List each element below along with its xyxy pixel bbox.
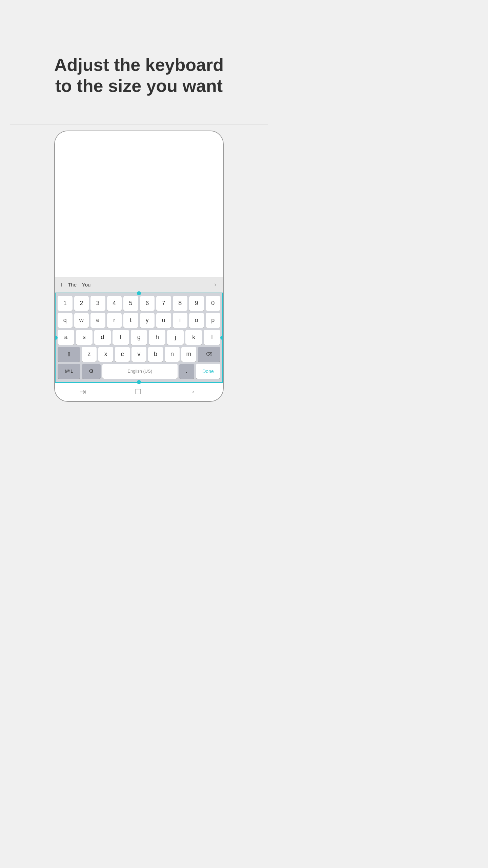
key-0[interactable]: 0 (206, 296, 221, 311)
period-key[interactable]: . (179, 364, 194, 379)
key-l[interactable]: l (204, 330, 220, 345)
key-u[interactable]: u (156, 313, 171, 328)
key-c[interactable]: c (115, 347, 130, 362)
suggestion-item-1[interactable]: I (58, 282, 65, 288)
key-row-numbers: 1 2 3 4 5 6 7 8 9 0 (58, 296, 220, 311)
phone-screen: I The You › 1 2 3 4 5 (55, 131, 223, 401)
key-m[interactable]: m (181, 347, 196, 362)
key-h[interactable]: h (149, 330, 165, 345)
key-3[interactable]: 3 (90, 296, 105, 311)
key-4[interactable]: 4 (107, 296, 122, 311)
keyboard: 1 2 3 4 5 6 7 8 9 0 q w (58, 296, 220, 379)
phone-mockup: I The You › 1 2 3 4 5 (37, 124, 241, 402)
key-v[interactable]: v (131, 347, 146, 362)
key-f[interactable]: f (113, 330, 129, 345)
space-key[interactable]: English (US) (102, 364, 178, 379)
key-row-zxcv: ⇧ z x c v b n m ⌫ (58, 347, 220, 362)
resize-handle-bottom[interactable] (137, 380, 141, 384)
key-j[interactable]: j (167, 330, 184, 345)
key-i[interactable]: i (173, 313, 188, 328)
key-p[interactable]: p (206, 313, 221, 328)
page-title: Adjust the keyboard to the size you want (37, 54, 241, 97)
key-a[interactable]: a (58, 330, 74, 345)
resize-handle-right[interactable] (220, 336, 224, 340)
key-7[interactable]: 7 (156, 296, 171, 311)
key-row-asdf: a s d f g h j k l (58, 330, 220, 345)
key-z[interactable]: z (82, 347, 97, 362)
done-key[interactable]: Done (196, 364, 220, 379)
suggestion-item-2[interactable]: The (65, 282, 79, 288)
key-t[interactable]: t (123, 313, 138, 328)
symbols-key[interactable]: !@1 (58, 364, 80, 379)
key-x[interactable]: x (98, 347, 113, 362)
suggestion-item-3[interactable]: You (79, 282, 93, 288)
key-1[interactable]: 1 (58, 296, 73, 311)
key-k[interactable]: k (185, 330, 202, 345)
key-d[interactable]: d (94, 330, 111, 345)
key-o[interactable]: o (189, 313, 204, 328)
nav-back-icon[interactable]: ← (191, 388, 198, 396)
key-q[interactable]: q (58, 313, 73, 328)
key-r[interactable]: r (107, 313, 122, 328)
suggestion-bar: I The You › (55, 277, 223, 293)
key-b[interactable]: b (148, 347, 163, 362)
phone-frame: I The You › 1 2 3 4 5 (54, 131, 224, 402)
suggestion-arrow[interactable]: › (214, 281, 220, 288)
key-n[interactable]: n (165, 347, 180, 362)
text-area (55, 131, 223, 277)
resize-handle-left[interactable] (54, 336, 58, 340)
key-5[interactable]: 5 (123, 296, 138, 311)
shift-key[interactable]: ⇧ (58, 347, 80, 362)
key-g[interactable]: g (131, 330, 147, 345)
key-8[interactable]: 8 (173, 296, 188, 311)
nav-home-icon[interactable]: ☐ (135, 388, 142, 396)
key-s[interactable]: s (76, 330, 93, 345)
keyboard-resize-container: 1 2 3 4 5 6 7 8 9 0 q w (55, 293, 223, 383)
nav-recent-apps-icon[interactable]: ⇥ (80, 388, 86, 396)
nav-bar: ⇥ ☐ ← (55, 383, 223, 401)
key-e[interactable]: e (90, 313, 105, 328)
divider-line (10, 124, 268, 124)
key-6[interactable]: 6 (140, 296, 155, 311)
settings-key[interactable]: ⚙ (82, 364, 101, 379)
key-2[interactable]: 2 (74, 296, 89, 311)
key-y[interactable]: y (140, 313, 155, 328)
key-9[interactable]: 9 (189, 296, 204, 311)
backspace-key[interactable]: ⌫ (198, 347, 220, 362)
key-row-bottom: !@1 ⚙ English (US) . Done (58, 364, 220, 379)
key-w[interactable]: w (74, 313, 89, 328)
resize-handle-top[interactable] (137, 291, 141, 295)
key-row-qwerty: q w e r t y u i o p (58, 313, 220, 328)
